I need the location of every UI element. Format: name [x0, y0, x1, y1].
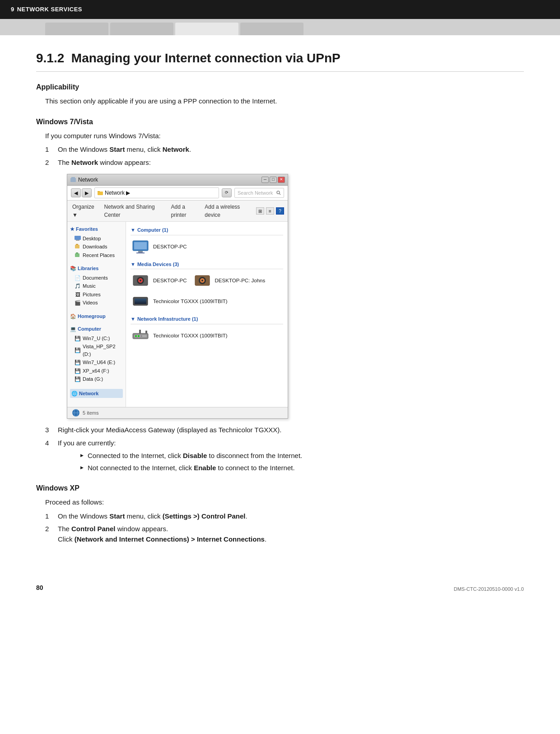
- desktop-svg: [75, 236, 81, 241]
- step-4-text: If you are currently:: [58, 439, 116, 447]
- organize-btn[interactable]: Organize ▼: [71, 202, 99, 220]
- media-group-header: ▼ Media Devices (3): [131, 259, 283, 270]
- xp-step-2-text: The Control Panel window appears.Click (…: [58, 525, 266, 543]
- f-drive-label: XP_x64 (F:): [83, 367, 109, 375]
- sidebar-documents[interactable]: 📄 Documents: [74, 274, 123, 282]
- f-drive-icon: 💾: [75, 368, 81, 374]
- win-address-field[interactable]: Network ▶: [94, 187, 219, 198]
- documents-icon: 📄: [75, 275, 81, 281]
- win-folder-icon: [98, 190, 103, 196]
- win-forward-btn[interactable]: ▶: [82, 188, 92, 197]
- tab-1[interactable]: [45, 23, 108, 35]
- music-label: Music: [83, 282, 96, 290]
- win-back-btn[interactable]: ◀: [71, 188, 81, 197]
- windowsxp-heading: Windows XP: [36, 483, 524, 494]
- svg-rect-14: [138, 251, 143, 252]
- step-1: On the Windows Start menu, click Network…: [45, 145, 524, 155]
- bullet-not-connected: Not connected to the Internet, click Ena…: [80, 463, 524, 473]
- xp-step-1: On the Windows Start menu, click (Settin…: [45, 511, 524, 522]
- media-pc-item: DESKTOP-PC: [131, 272, 188, 290]
- win-titlebar: Network ─ □ ✕: [67, 174, 288, 186]
- network-sidebar-header[interactable]: 🌐 Network: [70, 389, 123, 398]
- network-technicolor-item: Technicolor TGXXX (1009ITBIT): [131, 327, 283, 345]
- xp-step-2: The Control Panel window appears.Click (…: [45, 524, 524, 544]
- sidebar-downloads[interactable]: Downloads: [74, 243, 123, 251]
- recent-label: Recent Places: [83, 252, 115, 259]
- downloads-icon: [75, 243, 81, 250]
- sidebar-pictures[interactable]: 🖼 Pictures: [74, 290, 123, 299]
- tab-strip: [0, 19, 560, 35]
- network-technicolor-icon: [131, 328, 149, 344]
- homegroup-header: 🏠 Homegroup: [70, 313, 123, 320]
- win-address-go[interactable]: ⟳: [222, 188, 232, 197]
- media-technicolor-icon: [131, 294, 149, 310]
- chapter-number: 9: [11, 5, 14, 14]
- doc-ref: DMS-CTC-20120510-0000 v1.0: [454, 585, 524, 593]
- media-technicolor-label: Technicolor TGXXX (1009ITBIT): [153, 298, 228, 305]
- win-search-placeholder: Search Network: [238, 189, 273, 197]
- network-sidebar-label: Network: [79, 390, 98, 397]
- win-view-btn-2[interactable]: ≡: [266, 207, 274, 215]
- tab-4[interactable]: [240, 23, 303, 35]
- svg-rect-33: [145, 331, 147, 333]
- svg-rect-1: [71, 177, 75, 178]
- expand-icon-media[interactable]: ▼: [131, 261, 135, 268]
- svg-rect-0: [70, 178, 76, 182]
- expand-icon-network[interactable]: ▼: [131, 315, 135, 323]
- statusbar-text: 5 items: [83, 409, 98, 417]
- sidebar-music[interactable]: 🎵 Music: [74, 282, 123, 290]
- sidebar-g-drive[interactable]: 💾 Data (G:): [74, 375, 123, 383]
- sidebar-d-drive[interactable]: 💾 Vista_HP_SP2 (D:): [74, 342, 123, 358]
- computer-group-header: ▼ Computer (1): [131, 224, 283, 235]
- media-svg-3: [132, 295, 149, 309]
- win-body: ★ Favorites Desktop: [67, 222, 288, 407]
- bullet-list: Connected to the Internet, click Disable…: [80, 451, 524, 473]
- svg-rect-9: [76, 244, 78, 245]
- windows7-steps-before: On the Windows Start menu, click Network…: [45, 145, 524, 419]
- windows7-steps-after: Right-click your MediaAccess Gateway (di…: [45, 425, 524, 473]
- g-drive-label: Data (G:): [83, 375, 103, 383]
- win-refresh-btn[interactable]: ⟳: [222, 188, 232, 197]
- media-items-row: DESKTOP-PC: [131, 272, 283, 293]
- sidebar-videos[interactable]: 🎬 Videos: [74, 299, 123, 307]
- tab-3[interactable]: [175, 23, 238, 35]
- svg-line-5: [280, 194, 281, 195]
- svg-rect-6: [75, 236, 81, 240]
- win-view-btn-1[interactable]: ⊞: [256, 207, 264, 215]
- media-pc-label: DESKTOP-PC: [153, 277, 187, 285]
- g-drive-icon: 💾: [75, 376, 81, 382]
- media-pc-icon: [131, 273, 149, 289]
- win-minimize-btn[interactable]: ─: [261, 177, 269, 183]
- desktop-pc-icon: [131, 239, 149, 255]
- win-search-icon: [276, 191, 281, 195]
- sidebar-recent[interactable]: Recent Places: [74, 251, 123, 260]
- win-titlebar-controls[interactable]: ─ □ ✕: [261, 177, 285, 183]
- c-drive-label: Win7_U (C:): [83, 335, 110, 342]
- recent-icon: [75, 252, 81, 258]
- svg-rect-32: [139, 330, 141, 333]
- win-address-text: Network ▶: [105, 189, 130, 197]
- win-maximize-btn[interactable]: □: [270, 177, 277, 183]
- win-help-btn[interactable]: ?: [276, 207, 284, 215]
- computer-group-label: Computer (1): [137, 226, 168, 234]
- computer-header: 💻 Computer: [70, 325, 123, 333]
- win-close-btn[interactable]: ✕: [278, 177, 285, 183]
- sidebar-desktop[interactable]: Desktop: [74, 234, 123, 243]
- tab-2[interactable]: [110, 23, 173, 35]
- media-pc2-item: DESKTOP-PC: Johns: [192, 272, 266, 290]
- expand-icon-computer[interactable]: ▼: [131, 226, 135, 234]
- add-printer-btn[interactable]: Add a printer: [170, 202, 200, 220]
- windowsxp-steps: On the Windows Start menu, click (Settin…: [45, 511, 524, 545]
- sharing-center-btn[interactable]: Network and Sharing Center: [103, 202, 166, 220]
- pictures-label: Pictures: [83, 291, 101, 299]
- svg-rect-7: [76, 240, 79, 241]
- sidebar-f-drive[interactable]: 💾 XP_x64 (F:): [74, 367, 123, 375]
- svg-rect-3: [98, 191, 100, 192]
- add-wireless-btn[interactable]: Add a wireless device: [203, 202, 252, 220]
- sidebar-c-drive[interactable]: 💾 Win7_U (C:): [74, 334, 123, 343]
- computer-label: Computer: [78, 325, 101, 333]
- win-search-field[interactable]: Search Network: [234, 188, 284, 198]
- win-nav-buttons[interactable]: ◀ ▶: [71, 188, 92, 197]
- svg-point-4: [277, 191, 280, 194]
- sidebar-e-drive[interactable]: 💾 Win7_U64 (E:): [74, 358, 123, 367]
